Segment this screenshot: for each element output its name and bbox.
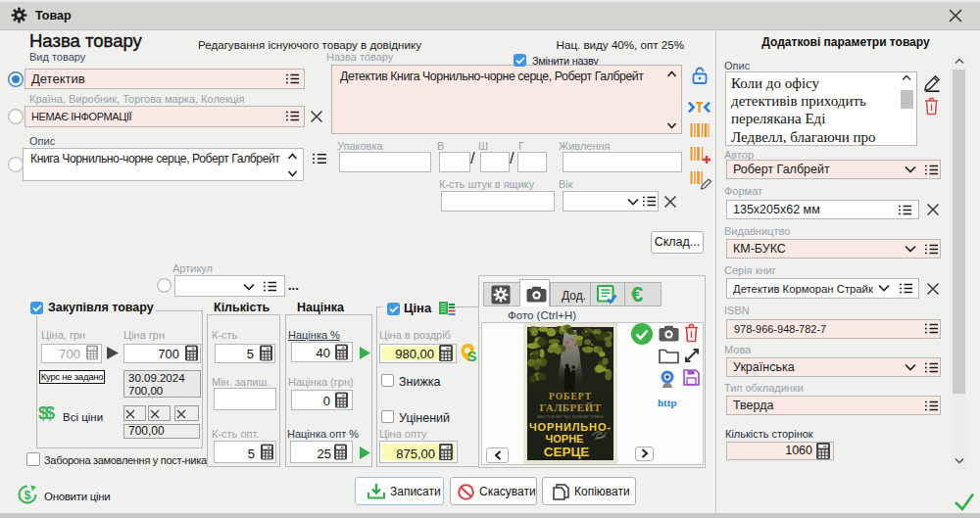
svg-text:ЧОРНИЛЬНО-: ЧОРНИЛЬНО- [529, 421, 611, 433]
svg-text:$: $ [24, 489, 31, 502]
svg-text:ЧОРНЕ: ЧОРНЕ [546, 433, 584, 445]
svg-text:РОБЕРТ: РОБЕРТ [549, 392, 592, 401]
svg-text:СЕРЦЕ: СЕРЦЕ [544, 445, 590, 459]
svg-text:ГАЛБРЕЙТ: ГАЛБРЕЙТ [539, 401, 601, 413]
svg-text:БЕСТСЕЛЕР №1 SUNDAY TIMES: БЕСТСЕЛЕР №1 SUNDAY TIMES [538, 414, 604, 419]
svg-text:S: S [466, 348, 476, 364]
